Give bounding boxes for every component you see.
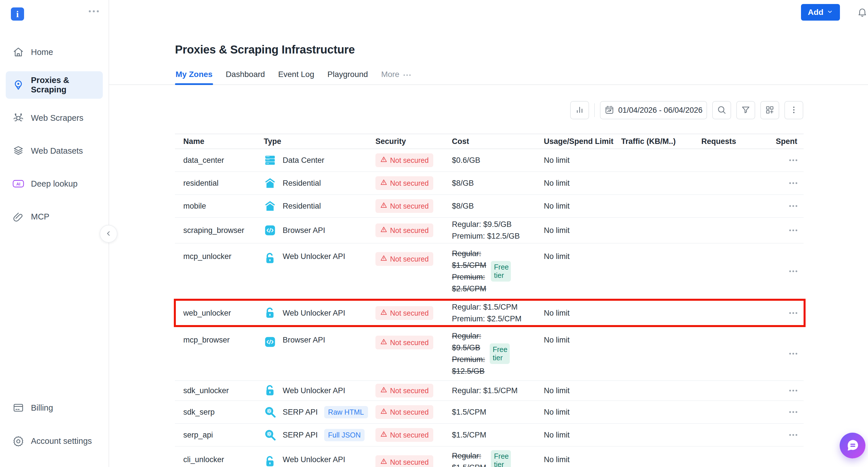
zone-security-cell: Not secured xyxy=(375,218,452,243)
usage-limit-cell: No limit xyxy=(541,424,619,446)
row-menu-button[interactable] xyxy=(786,267,800,275)
sidebar-item-web-datasets[interactable]: Web Datasets xyxy=(6,137,103,165)
cost-line: Regular: xyxy=(452,450,486,462)
row-menu-button[interactable] xyxy=(786,226,800,235)
zone-cost-cell: Regular: $1.5/CPM xyxy=(452,381,541,400)
row-menu-button[interactable] xyxy=(786,386,800,395)
notifications-button[interactable] xyxy=(857,6,868,19)
cost-line: $8/GB xyxy=(452,177,474,189)
table-row[interactable]: sdk_unlockerWeb Unlocker APINot securedR… xyxy=(175,381,804,401)
sidebar-item-billing[interactable]: Billing xyxy=(6,394,103,422)
calendar-icon xyxy=(604,105,614,115)
column-header-requests[interactable]: Requests xyxy=(699,134,765,148)
table-row[interactable]: web_unlockerWeb Unlocker APINot securedR… xyxy=(175,300,804,327)
page-title: Proxies & Scraping Infrastructure xyxy=(175,43,868,56)
column-header-traffic-kb-m-[interactable]: Traffic (KB/M..) xyxy=(619,134,699,148)
table-row[interactable]: sdk_serpSERP APIRaw HTMLNot secured$1.5/… xyxy=(175,401,804,424)
brand-logo[interactable]: i xyxy=(11,7,24,21)
security-badge-label: Not secured xyxy=(390,408,429,416)
toolbar-divider xyxy=(594,103,595,117)
row-menu-button[interactable] xyxy=(786,349,800,358)
table-menu-button[interactable] xyxy=(784,101,803,119)
date-range-button[interactable]: 01/04/2026 - 06/04/2026 xyxy=(600,101,707,119)
tab-playground[interactable]: Playground xyxy=(327,70,369,85)
table-row[interactable]: cli_unlockerWeb Unlocker APINot securedR… xyxy=(175,447,804,467)
cost-line: $1.5/CPM xyxy=(452,462,486,467)
security-badge: Not secured xyxy=(375,384,433,397)
tab-dashboard[interactable]: Dashboard xyxy=(225,70,266,85)
statistics-button[interactable] xyxy=(570,101,589,119)
security-badge-label: Not secured xyxy=(390,338,429,347)
traffic-cell xyxy=(619,447,699,467)
zone-name: mobile xyxy=(183,202,206,211)
tab-my-zones[interactable]: My Zones xyxy=(175,70,213,85)
zone-name: sdk_serp xyxy=(183,408,215,416)
usage-limit-cell: No limit xyxy=(541,401,619,423)
column-header-usage-spend-limit[interactable]: Usage/Spend Limit xyxy=(541,134,619,148)
sidebar-bottom-nav: BillingAccount settings xyxy=(0,394,108,455)
filter-button[interactable] xyxy=(736,101,755,119)
column-header-spent[interactable]: Spent xyxy=(765,134,804,148)
kebab-vertical-icon xyxy=(789,105,799,115)
zone-type-cell: SERP APIRaw HTML xyxy=(264,401,375,423)
table-row[interactable]: scraping_browserBrowser APINot securedRe… xyxy=(175,218,804,243)
zone-security-cell: Not secured xyxy=(375,172,452,194)
row-menu-button[interactable] xyxy=(786,309,800,318)
table-row[interactable]: residentialResidentialNot secured$8/GBNo… xyxy=(175,172,804,195)
spent-cell xyxy=(765,243,804,299)
search-button[interactable] xyxy=(712,101,731,119)
usage-limit: No limit xyxy=(544,179,569,188)
sidebar-item-home[interactable]: Home xyxy=(6,38,103,66)
zone-type-label: Data Center xyxy=(283,156,324,165)
row-menu-button[interactable] xyxy=(786,156,800,165)
row-menu-button[interactable] xyxy=(786,431,800,439)
table-row[interactable]: serp_apiSERP APIFull JSONNot secured$1.5… xyxy=(175,424,804,447)
tab-event-log[interactable]: Event Log xyxy=(278,70,315,85)
sidebar-item-proxies-scraping[interactable]: Proxies & Scraping xyxy=(6,71,103,99)
serp-icon xyxy=(264,406,276,419)
search-icon xyxy=(717,105,726,115)
sidebar-item-web-scrapers[interactable]: Web Scrapers xyxy=(6,104,103,132)
cost-line: $1.5/CPM xyxy=(452,406,486,418)
table-row[interactable]: mcp_unlockerWeb Unlocker APINot securedR… xyxy=(175,243,804,300)
type-tag[interactable]: Full JSON xyxy=(324,429,365,441)
add-button[interactable]: Add xyxy=(801,4,840,21)
sidebar-menu-button[interactable] xyxy=(89,7,99,12)
requests-cell xyxy=(699,424,765,446)
table-row[interactable]: data_centerData CenterNot secured$0.6/GB… xyxy=(175,149,804,172)
zone-type-label: Web Unlocker API xyxy=(283,455,345,464)
row-menu-button[interactable] xyxy=(786,202,800,210)
row-menu-button[interactable] xyxy=(786,408,800,416)
zone-cost: Regular:$1.5/CPMPremium:$2.5/CPM xyxy=(452,248,486,295)
row-menu-button[interactable] xyxy=(786,179,800,188)
tab-more[interactable]: More xyxy=(380,70,411,85)
top-actions: Add xyxy=(801,4,868,21)
warning-icon xyxy=(380,407,388,416)
column-header-security[interactable]: Security xyxy=(375,134,452,148)
sidebar-collapse-button[interactable] xyxy=(100,225,117,243)
sidebar-item-deep-lookup[interactable]: AIDeep lookup xyxy=(6,170,103,197)
table-row[interactable]: mcp_browserBrowser APINot securedRegular… xyxy=(175,327,804,381)
chevron-left-icon xyxy=(105,230,112,238)
serp-icon xyxy=(264,429,276,441)
sidebar-item-mcp[interactable]: MCP xyxy=(6,203,103,230)
customize-columns-button[interactable] xyxy=(760,101,779,119)
zone-cost-cell: $0.6/GB xyxy=(452,149,541,171)
column-header-name[interactable]: Name xyxy=(175,134,264,148)
column-header-type[interactable]: Type xyxy=(264,134,375,148)
zone-cost: Regular: $1.5/CPMPremium: $2.5/CPM xyxy=(452,301,522,325)
security-badge-label: Not secured xyxy=(390,309,429,318)
tab-label: More xyxy=(381,70,400,79)
chat-button[interactable] xyxy=(840,433,865,459)
sidebar-item-label: MCP xyxy=(31,212,49,222)
overflow-dots-icon xyxy=(403,73,411,76)
warning-icon xyxy=(380,178,388,188)
column-header-cost[interactable]: Cost xyxy=(452,134,541,148)
sidebar-item-label: Billing xyxy=(31,403,53,413)
sidebar-item-account-settings[interactable]: Account settings xyxy=(6,427,103,455)
requests-cell xyxy=(699,243,765,299)
zone-cost: Regular: $9.5/GBPremium: $12.5/GB xyxy=(452,219,520,242)
code-icon xyxy=(264,224,276,237)
type-tag[interactable]: Raw HTML xyxy=(324,406,368,419)
table-row[interactable]: mobileResidentialNot secured$8/GBNo limi… xyxy=(175,195,804,218)
